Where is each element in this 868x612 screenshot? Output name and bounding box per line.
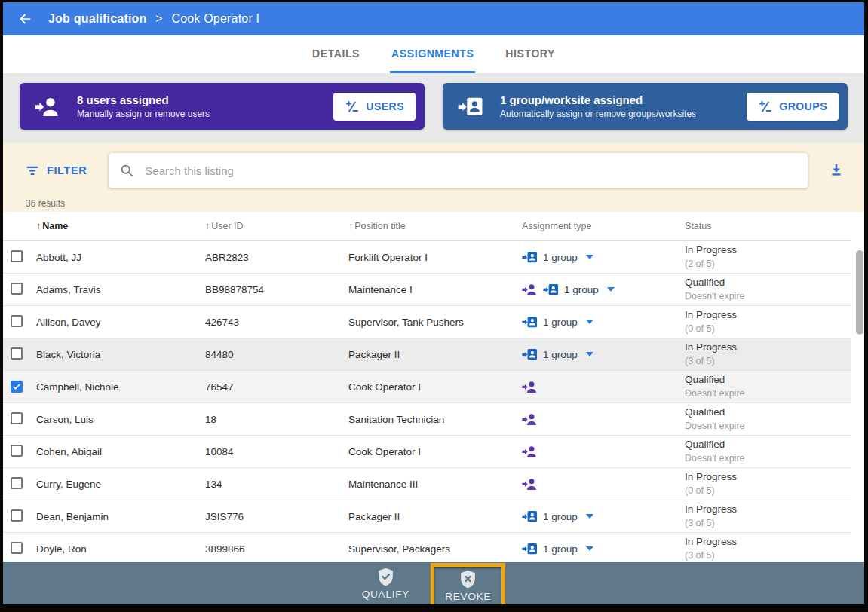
users-button-label: USERS — [366, 100, 404, 112]
status-text: Qualified — [685, 437, 845, 452]
filter-button[interactable]: FILTER — [26, 164, 87, 177]
cell-assignment-type: 1 group — [522, 283, 685, 296]
column-header-assignment-type[interactable]: Assignment type — [522, 221, 685, 231]
status-subtext: (3 of 5) — [685, 517, 845, 531]
groups-button[interactable]: GROUPS — [747, 93, 839, 121]
cell-name: Dean, Benjamin — [36, 511, 205, 522]
qualify-button[interactable]: QUALIFY — [362, 567, 409, 600]
cell-name: Black, Victoria — [36, 349, 205, 360]
group-count-label: 1 group — [564, 284, 599, 295]
status-subtext: Doesn't expire — [685, 387, 845, 401]
chevron-down-icon[interactable] — [607, 287, 615, 292]
assign-group-icon — [543, 283, 559, 296]
table-row[interactable]: Doyle, Ron3899866Supervisor, Packagers1 … — [3, 533, 851, 565]
tab-details[interactable]: DETAILS — [311, 35, 361, 73]
back-button[interactable] — [15, 9, 35, 29]
breadcrumb-current: Cook Operator I — [171, 12, 259, 25]
row-checkbox[interactable] — [11, 412, 23, 424]
cell-status: QualifiedDoesn't expire — [685, 437, 851, 466]
table-row[interactable]: Black, Victoria84480Packager II1 groupIn… — [3, 338, 851, 371]
tab-history[interactable]: HISTORY — [504, 35, 557, 73]
cell-assignment-type: 1 group — [522, 347, 685, 361]
vertical-scrollbar[interactable] — [856, 250, 863, 335]
status-text: In Progress — [685, 340, 845, 355]
assign-user-icon — [35, 95, 60, 118]
status-subtext: (0 of 5) — [685, 323, 845, 336]
download-icon[interactable] — [828, 162, 845, 179]
chevron-down-icon[interactable] — [586, 352, 593, 356]
cell-user-id: 134 — [205, 479, 348, 490]
row-checkbox[interactable] — [11, 477, 23, 489]
cell-status: In Progress(3 of 5) — [685, 534, 851, 563]
column-header-user-id[interactable]: ↑User ID — [205, 221, 348, 231]
cell-status: In Progress(0 of 5) — [685, 470, 851, 498]
row-checkbox[interactable] — [11, 381, 23, 393]
table-row[interactable]: Carson, Luis18Sanitation TechnicianQuali… — [3, 403, 851, 436]
row-checkbox[interactable] — [11, 315, 23, 327]
table-row[interactable]: Adams, TravisBB98878754Maintenance I1 gr… — [3, 274, 851, 306]
table-row[interactable]: Dean, BenjaminJSIS776Packager II1 groupI… — [3, 500, 851, 533]
row-checkbox[interactable] — [11, 347, 23, 360]
sort-ascending-icon: ↑ — [36, 221, 41, 231]
assign-user-icon — [522, 477, 538, 491]
cell-assignment-type: 1 group — [522, 315, 685, 329]
assign-group-icon — [522, 542, 538, 555]
cell-name: Abbott, JJ — [36, 252, 205, 263]
users-button[interactable]: USERS — [333, 93, 416, 121]
table-header-row: ↑Name ↑User ID ↑Position title Assignmen… — [3, 212, 851, 241]
status-subtext: Doesn't expire — [685, 452, 845, 466]
table-row[interactable]: Curry, Eugene134Maintenance IIIIn Progre… — [3, 468, 851, 500]
status-subtext: Doesn't expire — [685, 290, 845, 304]
app-bar: Job qualification > Cook Operator I — [3, 2, 864, 35]
app-window: Job qualification > Cook Operator I DETA… — [3, 2, 864, 604]
row-checkbox[interactable] — [11, 445, 23, 457]
status-subtext: (3 of 5) — [685, 355, 845, 369]
row-checkbox[interactable] — [11, 542, 23, 554]
plus-minus-icon — [758, 99, 772, 114]
filter-icon — [26, 164, 39, 177]
cell-name: Allison, Davey — [36, 317, 205, 328]
cell-assignment-type — [522, 445, 685, 458]
chevron-down-icon[interactable] — [586, 514, 593, 519]
chevron-down-icon[interactable] — [586, 255, 593, 259]
revoke-button-label: REVOKE — [445, 591, 491, 602]
group-count-label: 1 group — [543, 543, 578, 555]
back-arrow-icon — [17, 11, 33, 27]
groups-assigned-title: 1 group/worksite assigned — [500, 93, 696, 108]
column-header-status[interactable]: Status — [685, 221, 851, 231]
table-row[interactable]: Cohen, Abigail10084Cook Operator IQualif… — [3, 436, 851, 468]
status-text: In Progress — [685, 243, 845, 258]
cell-name: Cohen, Abigail — [36, 446, 205, 457]
table-row[interactable]: Abbott, JJABR2823Forklift Operator I1 gr… — [3, 241, 851, 274]
assign-group-icon — [522, 347, 538, 361]
revoke-button[interactable]: REVOKE — [445, 569, 491, 602]
table-row[interactable]: Allison, Davey426743Supervisor, Tank Pus… — [3, 306, 851, 338]
search-input[interactable] — [143, 164, 797, 178]
cell-user-id: ABR2823 — [205, 252, 348, 263]
sort-ascending-icon: ↑ — [348, 221, 353, 231]
column-header-position-title[interactable]: ↑Position title — [348, 221, 522, 231]
status-text: In Progress — [685, 502, 845, 517]
column-header-name[interactable]: ↑Name — [36, 221, 205, 231]
row-checkbox[interactable] — [11, 509, 23, 522]
cell-user-id: 3899866 — [205, 543, 348, 555]
row-checkbox[interactable] — [11, 250, 23, 262]
status-text: Qualified — [685, 372, 845, 387]
users-assigned-title: 8 users assigned — [77, 93, 210, 108]
group-count-label: 1 group — [543, 511, 578, 522]
tab-assignments[interactable]: ASSIGNMENTS — [390, 35, 475, 73]
chevron-down-icon[interactable] — [586, 320, 593, 324]
breadcrumb-root[interactable]: Job qualification — [48, 12, 147, 25]
plus-minus-icon — [345, 99, 359, 114]
row-checkbox[interactable] — [11, 283, 23, 295]
filter-button-label: FILTER — [47, 164, 87, 176]
table-row[interactable]: Campbell, Nichole76547Cook Operator IQua… — [3, 371, 851, 403]
cell-status: QualifiedDoesn't expire — [685, 275, 851, 304]
banner-section: 8 users assigned Manually assign or remo… — [3, 73, 864, 143]
cell-assignment-type — [522, 477, 685, 491]
cell-position-title: Cook Operator I — [348, 446, 522, 457]
cell-user-id: 426743 — [205, 317, 348, 328]
status-subtext: (0 of 5) — [685, 485, 845, 498]
groups-button-label: GROUPS — [779, 100, 827, 112]
chevron-down-icon[interactable] — [586, 546, 593, 551]
